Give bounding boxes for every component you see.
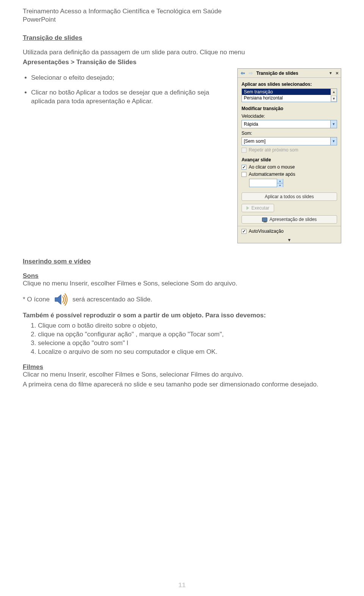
autopreview-checkbox[interactable]: ✓	[242, 229, 246, 234]
icon-line-left: * O ícone	[23, 296, 50, 303]
pane-back-icon[interactable]: ⇦	[239, 70, 246, 77]
filmes-heading: Filmes	[23, 363, 341, 371]
filmes-p2: A primeira cena do filme aparecerá no sl…	[23, 381, 341, 388]
auto-after-row[interactable]: Automaticamente após	[242, 172, 337, 177]
execute-button[interactable]: Executar	[242, 204, 274, 212]
speed-combo[interactable]: Rápida ▼	[242, 120, 337, 128]
sound-dropdown-icon[interactable]: ▼	[330, 137, 337, 145]
sound-combo[interactable]: [Sem som] ▼	[242, 137, 337, 145]
step-2: clique na opção "configurar ação" , marq…	[38, 330, 341, 339]
speaker-icon	[53, 292, 69, 307]
effect-option[interactable]: Persiana horizontal	[242, 95, 337, 101]
section-transicao-title: Transição de slides	[23, 34, 341, 42]
scroll-up-icon[interactable]: ▲	[331, 89, 337, 95]
listbox-scrollbar[interactable]: ▲ ▼	[331, 89, 337, 102]
pane-title: Transição de slides	[254, 71, 328, 76]
speed-label: Velocidade:	[242, 114, 337, 119]
spin-down-icon[interactable]: ▼	[277, 183, 283, 187]
apply-all-label: Aplicar a todos os slides	[265, 194, 314, 199]
play-icon	[246, 206, 249, 210]
page-number: 11	[0, 582, 364, 589]
intro-line-2: Apresentações > Transição de Slides	[23, 58, 341, 66]
spin-up-icon[interactable]: ▲	[277, 179, 283, 183]
slideshow-button[interactable]: Apresentação de slides	[242, 215, 337, 224]
doc-header-1: Treinamento Acesso a Informação Científi…	[23, 8, 341, 15]
step-3: selecione a opção "outro som" l	[38, 339, 341, 348]
speed-dropdown-icon[interactable]: ▼	[330, 120, 337, 128]
auto-after-label: Automaticamente após	[249, 172, 295, 177]
svg-marker-0	[55, 295, 61, 304]
step-1: Clique com o botão direito sobre o objet…	[38, 322, 341, 330]
autopreview-label: AutoVisualização	[249, 229, 284, 234]
speed-value: Rápida	[242, 121, 330, 127]
intro-line-1: Utilizada para definição da passagem de …	[23, 49, 341, 56]
pane-forward-icon[interactable]: ⇨	[247, 70, 254, 77]
sons-heading: Sons	[23, 272, 341, 280]
repeat-sound-row: Repetir até próximo som	[242, 147, 337, 153]
autopreview-row[interactable]: ✓ AutoVisualização	[242, 229, 337, 234]
on-click-label: Ao clicar com o mouse	[249, 164, 295, 170]
repeat-checkbox	[242, 148, 246, 153]
repro-intro: Também é possível reproduzir o som a par…	[23, 312, 341, 319]
repeat-label: Repetir até próximo som	[249, 147, 298, 153]
modify-label: Modificar transição	[242, 106, 337, 111]
auto-after-checkbox[interactable]	[242, 172, 246, 177]
apply-to-selected-label: Aplicar aos slides selecionados:	[242, 82, 337, 87]
scroll-down-icon[interactable]: ▼	[331, 96, 337, 102]
sound-label: Som:	[242, 131, 337, 136]
sons-text: Clique no menu Inserir, escolher Filmes …	[23, 280, 341, 287]
apply-all-button[interactable]: Aplicar a todos os slides	[242, 192, 337, 201]
pane-close-icon[interactable]: ×	[333, 70, 339, 76]
step-4: Localize o arquivo de som no seu computa…	[38, 348, 341, 356]
bullet-1: Selecionar o efeito desejado;	[31, 74, 231, 82]
pane-expand-icon[interactable]: ▼	[287, 238, 292, 242]
doc-header-2: PowerPoint	[23, 16, 341, 24]
pane-menu-dropdown-icon[interactable]: ▼	[328, 71, 333, 75]
bullet-list: Selecionar o efeito desejado; Clicar no …	[23, 74, 231, 106]
sound-value: [Sem som]	[242, 139, 330, 144]
filmes-p1: Clicar no menu Inserir, escolher Filmes …	[23, 371, 341, 378]
effect-selected[interactable]: Sem transição	[242, 89, 337, 95]
slideshow-label: Apresentação de slides	[270, 217, 317, 222]
on-click-row[interactable]: ✓ Ao clicar com o mouse	[242, 164, 337, 170]
advance-label: Avançar slide	[242, 157, 337, 162]
effects-listbox[interactable]: Sem transição Persiana horizontal ▲ ▼	[242, 88, 337, 102]
auto-after-input[interactable]: ▲ ▼	[249, 179, 283, 187]
icon-line-right: será acrescentado ao Slide.	[72, 296, 152, 303]
bullet-2: Clicar no botão Aplicar a todos se desej…	[31, 88, 231, 106]
execute-label: Executar	[251, 205, 269, 211]
section-som-video-title: Inserindo som e vídeo	[23, 258, 341, 265]
pane-divider	[238, 226, 341, 226]
monitor-icon	[262, 218, 267, 222]
on-click-checkbox[interactable]: ✓	[242, 165, 246, 170]
steps-list: Clique com o botão direito sobre o objet…	[23, 322, 341, 356]
transition-task-pane: ⇦ ⇨ Transição de slides ▼ × Aplicar aos …	[237, 68, 341, 243]
